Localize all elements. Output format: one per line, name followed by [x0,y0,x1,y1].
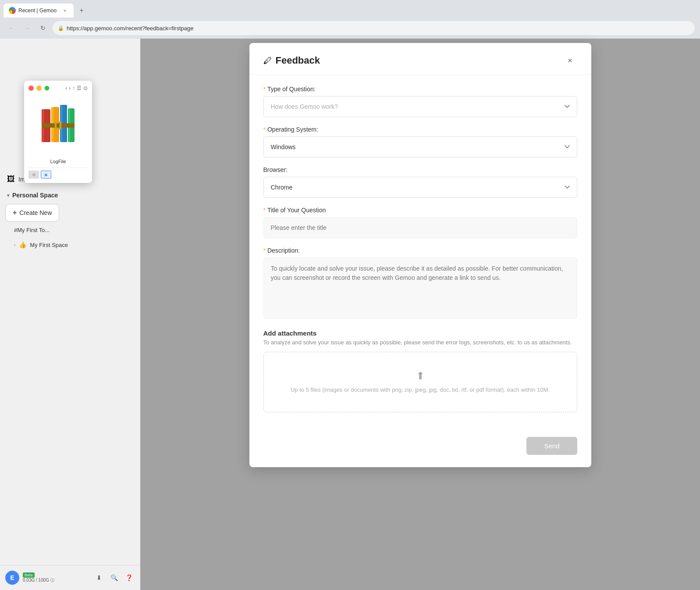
os-select[interactable]: Windows [263,136,577,157]
sidebar-bottom: E Beta 0.03G / 100G ⓘ ⬇ 🔍 ❓ [0,565,140,590]
title-label: * Title of Your Question [263,207,577,214]
title-input[interactable] [263,217,577,238]
tab-title: Recent | Gemoo [18,7,59,14]
popup-file-area [28,95,88,156]
attachment-desc: To analyze and solve your issue as quick… [263,339,577,347]
personal-space-chevron: ▾ [7,193,10,198]
modal-title-area: 🖊 Feedback [263,55,320,66]
required-star-1: * [263,86,266,93]
popup-nav: ‹ › ↑ ☰ ⊙ [65,85,88,91]
required-star-4: * [263,247,266,254]
os-group: * Operating System: Windows [263,126,577,157]
modal-footer: Send [249,437,591,467]
sidebar-bottom-icons: ⬇ 🔍 ❓ [93,572,135,584]
browser-label: Browser: [263,166,577,173]
user-avatar[interactable]: E [5,571,19,585]
modal-header: 🖊 Feedback × [249,43,591,75]
url-text: https://app.gemoo.com/recent?feedback=fi… [67,25,193,32]
pencil-icon: 🖊 [263,56,272,66]
os-label: * Operating System: [263,126,577,133]
plus-icon: + [13,209,17,217]
main-content: 🖊 Feedback × * Type of Question: [140,39,700,590]
create-new-label: Create New [19,209,52,216]
info-icon: ⓘ [50,578,54,583]
os-dropdown-wrapper: Windows [263,136,577,157]
space-chevron: › [14,243,15,247]
feedback-modal: 🖊 Feedback × * Type of Question: [140,39,700,590]
tab-close-button[interactable]: × [61,7,68,14]
storage-info: 0.03G / 100G ⓘ [23,578,54,583]
question-type-group: * Type of Question: How does Gemoo work? [263,86,577,117]
popup-filename: LogFile [28,159,88,164]
sidebar-item-todo-label: #My First To... [14,227,50,233]
popup-header: ‹ › ↑ ☰ ⊙ [28,85,88,91]
popup-action-icon[interactable]: ⊙ [83,85,88,91]
back-button[interactable]: ← [5,22,18,34]
app-container: ‹ › ↑ ☰ ⊙ [0,39,700,590]
file-preview-popup: ‹ › ↑ ☰ ⊙ [24,81,92,183]
required-star-2: * [263,126,266,133]
popup-up-button[interactable]: ↑ [72,85,75,91]
modal-body: * Type of Question: How does Gemoo work? [249,75,591,437]
browser-select[interactable]: Chrome [263,177,577,198]
help-icon-button[interactable]: ❓ [123,572,135,584]
popup-thumbnails: ⊞ ▣ [28,171,51,179]
storage-info-area: Beta 0.03G / 100G ⓘ [23,572,54,583]
question-type-label: * Type of Question: [263,86,577,93]
modal-close-button[interactable]: × [563,54,577,68]
send-button[interactable]: Send [526,437,577,455]
active-tab[interactable]: Recent | Gemoo × [4,4,74,18]
browser-chrome: Recent | Gemoo × + ← → ↻ 🔒 https://app.g… [0,0,700,39]
sidebar: ‹ › ↑ ☰ ⊙ [0,39,140,590]
description-textarea[interactable] [263,257,577,319]
winrar-icon [42,105,75,147]
attachment-section: Add attachments To analyze and solve you… [263,329,577,412]
lock-icon: 🔒 [58,25,64,31]
required-star-3: * [263,207,266,214]
question-type-dropdown-wrapper: How does Gemoo work? [263,96,577,117]
search-icon-button[interactable]: 🔍 [108,572,120,584]
sidebar-item-todo[interactable]: #My First To... [2,223,139,237]
attachment-hint: Up to 5 files (images or documents with … [273,386,568,394]
popup-close-button[interactable] [28,86,34,91]
modal-title: Feedback [276,55,320,66]
popup-forward-button[interactable]: › [69,85,71,91]
popup-minimize-button[interactable] [36,86,42,91]
attachment-drop-zone[interactable]: ⬆ Up to 5 files (images or documents wit… [263,352,577,412]
sidebar-item-space-label: My First Space [30,242,68,248]
svg-rect-10 [57,123,60,128]
thumbnail-item-1[interactable]: ⊞ [28,171,39,179]
personal-space-label: Personal Space [12,192,58,199]
sidebar-item-space[interactable]: › 👍 My First Space [2,238,139,252]
browser-dropdown-wrapper: Chrome [263,177,577,198]
title-group: * Title of Your Question [263,207,577,238]
tab-bar: Recent | Gemoo × + [0,0,700,18]
personal-space-header[interactable]: ▾ Personal Space [2,188,139,202]
new-tab-button[interactable]: + [75,4,88,17]
popup-controls [28,86,50,91]
attachment-title: Add attachments [263,329,577,337]
space-emoji-icon: 👍 [19,241,26,248]
popup-back-button[interactable]: ‹ [65,85,67,91]
popup-view-icon[interactable]: ☰ [77,85,82,91]
modal-container: 🖊 Feedback × * Type of Question: [249,43,591,467]
upload-icon: ⬆ [273,370,568,382]
reload-button[interactable]: ↻ [37,22,49,34]
thumbnail-item-2[interactable]: ▣ [41,171,51,179]
create-new-button[interactable]: + Create New [5,204,59,222]
popup-bottom: ⊞ ▣ [28,168,88,179]
address-bar[interactable]: 🔒 https://app.gemoo.com/recent?feedback=… [53,21,695,35]
popup-maximize-button[interactable] [44,86,50,91]
images-icon: 🖼 [7,175,15,184]
question-type-select[interactable]: How does Gemoo work? [263,96,577,117]
description-group: * Description: [263,247,577,321]
download-icon-button[interactable]: ⬇ [93,572,105,584]
forward-button[interactable]: → [21,22,33,34]
description-label: * Description: [263,247,577,254]
beta-badge: Beta [23,572,35,578]
tab-favicon [9,7,16,14]
nav-bar: ← → ↻ 🔒 https://app.gemoo.com/recent?fee… [0,18,700,39]
browser-group: Browser: Chrome [263,166,577,198]
